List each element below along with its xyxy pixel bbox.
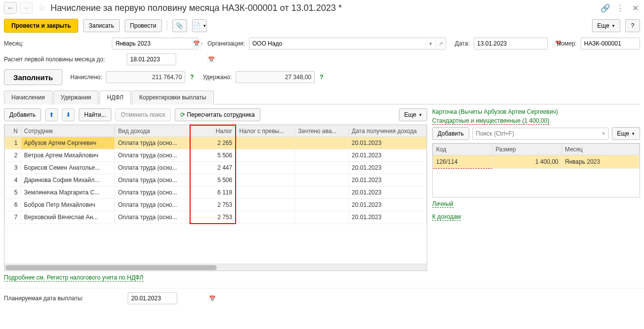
cell-excess [236,162,295,174]
cell-income-type: Оплата труда (осно... [115,187,190,199]
nav-forward-button[interactable]: → [20,2,33,14]
month-label: Месяц: [4,40,108,47]
cell-advance [295,199,349,211]
table-row[interactable]: 3Борисов Семен Анатолье...Оплата труда (… [5,162,427,174]
kebab-menu-icon[interactable]: ⋮ [615,3,625,13]
org-input[interactable] [249,38,426,49]
help-icon[interactable]: ? [190,74,194,81]
nav-back-button[interactable]: ← [4,2,17,14]
number-label: Номер: [557,40,577,47]
deduction-row[interactable]: 126/114 1 400,00 Январь 2023 [433,155,640,169]
cell-income-type: Оплата труда (осно... [115,199,190,211]
deductions-table: Код Размер Месяц 126/114 1 400,00 Январь… [433,143,640,169]
cell-employee: Бобров Петр Михайлович [21,199,115,211]
withheld-value-box: 27 348,00 [236,71,315,83]
cell-tax: 2 753 [190,199,236,211]
cell-excess [236,137,295,149]
tab-deductions[interactable]: Удержания [53,91,99,104]
cell-employee: Земляничка Маргарита С... [21,187,115,199]
cell-date: 20.01.2023 [348,187,426,199]
cell-date: 20.01.2023 [348,137,426,149]
add-button[interactable]: Добавить [4,108,41,121]
calc-until-input[interactable] [127,54,207,65]
tab-accruals[interactable]: Начисления [4,91,52,104]
cell-income-type: Оплата труда (осно... [115,149,190,162]
deductions-link[interactable]: Стандартные и имущественные (1 400,00) [432,117,549,125]
calendar-icon[interactable]: 📅 [193,38,200,49]
cell-advance [295,174,349,187]
accrued-label: Начислено: [70,74,102,81]
calendar-icon[interactable]: 📅 [207,54,215,65]
cell-n: 1 [5,137,21,149]
cell-n: 4 [5,174,21,187]
side-col-month[interactable]: Месяц [562,144,640,155]
side-col-size[interactable]: Размер [493,144,562,155]
tab-corrections[interactable]: Корректировки выплаты [132,91,213,104]
fill-button[interactable]: Заполнить [4,69,62,85]
tab-ndfl[interactable]: НДФЛ [99,91,131,104]
cancel-search-button[interactable]: Отменить поиск [115,108,170,121]
open-icon[interactable]: ↗ [436,38,446,49]
col-header-n[interactable]: N [5,125,21,137]
calendar-icon[interactable]: 📅 [208,293,216,304]
month-input[interactable] [112,38,193,49]
cell-tax: 2 265 [190,137,236,149]
post-and-close-button[interactable]: Провести и закрыть [4,19,78,33]
table-row[interactable]: 5Земляничка Маргарита С...Оплата труда (… [5,187,427,199]
move-down-button[interactable]: ⬇ [62,108,75,121]
number-input[interactable] [581,38,644,49]
move-up-button[interactable]: ⬆ [45,108,58,121]
register-link[interactable]: Подробнее см. Регистр налогового учета п… [4,274,144,282]
personal-link[interactable]: Личный [432,200,453,208]
cell-excess [236,199,295,211]
side-more-button[interactable]: Еще▾ [612,127,640,140]
accrued-value-box: 211 764,70 [106,71,185,83]
side-card-title: Карточка (Вычеты Арбузов Артем Сергеевич… [432,108,640,117]
more-button[interactable]: Еще▾ [592,19,620,32]
col-header-date[interactable]: Дата получения дохода [348,125,426,137]
col-header-employee[interactable]: Сотрудник [21,125,115,137]
col-header-advance[interactable]: Зачтено ава... [295,125,349,137]
side-add-button[interactable]: Добавить [432,127,469,140]
favorite-star-icon[interactable]: ☆ [38,2,46,13]
cell-advance [295,162,349,174]
col-header-income-type[interactable]: Вид дохода [115,125,190,137]
cell-n: 7 [5,211,21,224]
save-button[interactable]: Записать [83,19,119,32]
more-button[interactable]: Еще▾ [399,108,427,121]
planned-date-label: Планируемая дата выплаты: [4,295,123,302]
help-button[interactable]: ? [625,19,640,32]
table-row[interactable]: 7Верховский Вячеслав Ан...Оплата труда (… [5,211,427,224]
table-row[interactable]: 2Ветров Артем МихайловичОплата труда (ос… [5,149,427,162]
recalc-button[interactable]: ⟳ Пересчитать сотрудника [175,108,260,121]
cell-excess [236,174,295,187]
side-col-code[interactable]: Код [433,144,493,155]
date-input-wrap: 📅 [474,38,548,49]
ndfl-table: N Сотрудник Вид дохода Налог Налог с пре… [4,125,427,224]
to-income-link[interactable]: К доходам [432,213,461,221]
help-icon[interactable]: ? [320,74,323,81]
cell-employee: Арбузов Артем Сергеевич [21,137,115,149]
col-header-tax[interactable]: Налог [190,125,236,137]
date-input[interactable] [474,38,554,49]
cell-date: 20.01.2023 [348,199,426,211]
post-button[interactable]: Провести [125,19,162,32]
attach-button[interactable]: 📎 [172,19,187,32]
side-search-input[interactable] [473,129,599,138]
table-row[interactable]: 4Даринова София Михайл...Оплата труда (о… [5,174,427,187]
find-button[interactable]: Найти... [79,108,111,121]
close-icon[interactable]: ✕ [630,3,640,13]
table-row[interactable]: 6Бобров Петр МихайловичОплата труда (осн… [5,199,427,211]
col-header-excess-tax[interactable]: Налог с превы... [236,125,295,137]
stepper-icon[interactable]: ↕ [200,38,203,49]
print-button[interactable]: 📄▾ [192,19,207,32]
planned-date-input[interactable] [128,293,208,304]
dropdown-icon[interactable]: ▾ [426,38,436,49]
horizontal-scrollbar[interactable] [4,264,427,271]
link-icon[interactable]: 🔗 [600,3,610,13]
cell-employee: Верховский Вячеслав Ан... [21,211,115,224]
cell-date: 20.01.2023 [348,149,426,162]
cell-excess [236,149,295,162]
clear-search-icon[interactable]: × [599,130,608,137]
table-row[interactable]: 1Арбузов Артем СергеевичОплата труда (ос… [5,137,427,149]
